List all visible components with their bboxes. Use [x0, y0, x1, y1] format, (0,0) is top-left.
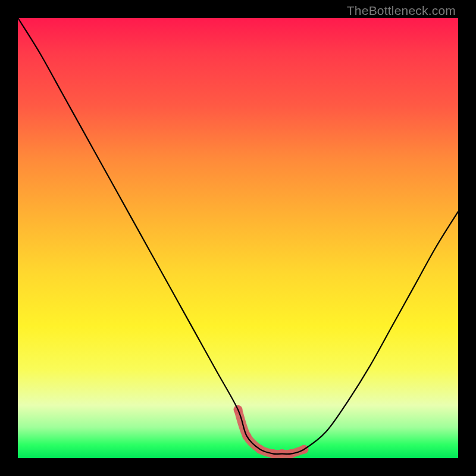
watermark-text: TheBottleneck.com: [347, 4, 456, 18]
bottleneck-curve: [18, 18, 458, 454]
plot-area: [18, 18, 458, 458]
chart-svg: [18, 18, 458, 458]
chart-frame: TheBottleneck.com: [0, 0, 476, 476]
